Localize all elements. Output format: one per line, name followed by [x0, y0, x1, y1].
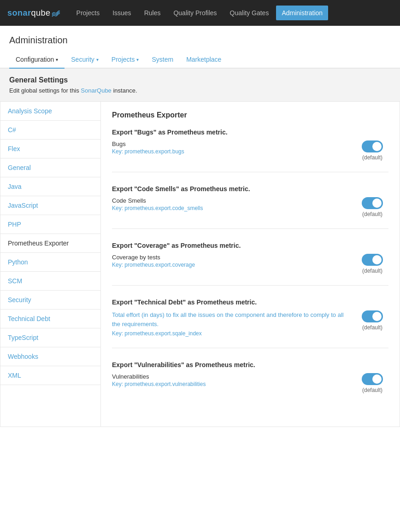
sidebar-item-technical-debt[interactable]: Technical Debt — [0, 310, 100, 328]
sidebar-item-typescript[interactable]: TypeScript — [0, 328, 100, 347]
setting-bugs-name: Bugs — [112, 140, 349, 147]
toggle-slider — [362, 254, 383, 266]
setting-technical-debt-default: (default) — [362, 324, 382, 331]
setting-coverage-title: Export "Coverage" as Prometheus metric. — [112, 242, 388, 249]
subnav-security[interactable]: Security ▾ — [65, 51, 105, 69]
toggle-coverage[interactable] — [362, 254, 383, 266]
chevron-down-icon: ▾ — [136, 57, 139, 62]
nav-administration[interactable]: Administration — [276, 6, 328, 20]
setting-code-smells-default: (default) — [362, 211, 382, 217]
nav-rules[interactable]: Rules — [139, 6, 166, 20]
toggle-slider — [362, 373, 383, 385]
toggle-code-smells[interactable] — [362, 197, 383, 209]
setting-technical-debt: Export "Technical Debt" as Prometheus me… — [112, 298, 388, 348]
chevron-down-icon: ▾ — [96, 57, 99, 62]
sidebar-item-php[interactable]: PHP — [0, 215, 100, 234]
sidebar-item-flex[interactable]: Flex — [0, 140, 100, 158]
settings-banner: General Settings Edit global settings fo… — [0, 69, 400, 101]
sidebar-item-prometheus-exporter[interactable]: Prometheus Exporter — [0, 234, 100, 253]
section-title: Prometheus Exporter — [112, 111, 388, 119]
setting-coverage-name: Coverage by tests — [112, 254, 349, 261]
sidebar-item-analysis-scope[interactable]: Analysis Scope — [0, 102, 100, 121]
toggle-slider — [362, 140, 383, 152]
toggle-slider — [362, 197, 383, 209]
sidebar-item-scm[interactable]: SCM — [0, 272, 100, 291]
setting-vulnerabilities-key: Key: prometheus.export.vulnerabilities — [112, 381, 349, 387]
setting-coverage-row: Coverage by tests Key: prometheus.export… — [112, 254, 388, 274]
nav-projects[interactable]: Projects — [71, 6, 106, 20]
setting-code-smells-key: Key: prometheus.export.code_smells — [112, 205, 349, 211]
sidebar-item-java[interactable]: Java — [0, 177, 100, 196]
setting-vulnerabilities-name: Vulnerabilities — [112, 373, 349, 380]
sonarqube-link[interactable]: SonarQube — [81, 87, 112, 94]
nav-issues[interactable]: Issues — [107, 6, 136, 20]
main-content: Analysis Scope C# Flex General Java Java… — [0, 101, 400, 427]
sidebar-item-general[interactable]: General — [0, 158, 100, 177]
settings-banner-title: General Settings — [9, 76, 391, 84]
setting-technical-debt-desc: Total effort (in days) to fix all the is… — [112, 310, 349, 328]
logo[interactable]: sonarqube — [7, 8, 60, 18]
page-container: Administration Configuration ▾ Security … — [0, 26, 400, 427]
subnav-configuration[interactable]: Configuration ▾ — [9, 51, 65, 69]
setting-coverage-default: (default) — [362, 268, 382, 274]
setting-vulnerabilities-row: Vulnerabilities Key: prometheus.export.v… — [112, 373, 388, 393]
toggle-slider — [362, 310, 383, 322]
subnav-marketplace[interactable]: Marketplace — [180, 51, 228, 69]
page-title: Administration — [9, 35, 391, 46]
sidebar-item-security[interactable]: Security — [0, 291, 100, 310]
setting-technical-debt-row: Total effort (in days) to fix all the is… — [112, 310, 388, 337]
setting-bugs: Export "Bugs" as Prometheus metric. Bugs… — [112, 129, 388, 172]
setting-bugs-row: Bugs Key: prometheus.export.bugs (defaul… — [112, 140, 388, 161]
setting-vulnerabilities-default: (default) — [362, 387, 382, 393]
toggle-bugs[interactable] — [362, 140, 383, 152]
setting-vulnerabilities: Export "Vulnerabilities" as Prometheus m… — [112, 361, 388, 404]
setting-coverage-key: Key: prometheus.export.coverage — [112, 262, 349, 268]
content-area: Prometheus Exporter Export "Bugs" as Pro… — [101, 102, 400, 427]
sidebar-item-csharp[interactable]: C# — [0, 121, 100, 140]
setting-bugs-key: Key: prometheus.export.bugs — [112, 148, 349, 155]
setting-technical-debt-key: Key: prometheus.export.sqale_index — [112, 330, 349, 337]
settings-banner-desc: Edit global settings for this SonarQube … — [9, 87, 391, 94]
page-header: Administration — [0, 26, 400, 46]
setting-coverage: Export "Coverage" as Prometheus metric. … — [112, 242, 388, 286]
setting-code-smells: Export "Code Smells" as Prometheus metri… — [112, 185, 388, 229]
sub-navigation: Configuration ▾ Security ▾ Projects ▾ Sy… — [0, 51, 400, 69]
subnav-projects[interactable]: Projects ▾ — [105, 51, 146, 69]
top-nav-links: Projects Issues Rules Quality Profiles Q… — [71, 6, 329, 20]
sidebar-item-webhooks[interactable]: Webhooks — [0, 347, 100, 366]
setting-vulnerabilities-title: Export "Vulnerabilities" as Prometheus m… — [112, 361, 388, 368]
setting-bugs-title: Export "Bugs" as Prometheus metric. — [112, 129, 388, 136]
setting-bugs-default: (default) — [362, 154, 382, 161]
sidebar-item-xml[interactable]: XML — [0, 366, 100, 385]
setting-code-smells-title: Export "Code Smells" as Prometheus metri… — [112, 185, 388, 193]
nav-quality-profiles[interactable]: Quality Profiles — [168, 6, 222, 20]
setting-technical-debt-title: Export "Technical Debt" as Prometheus me… — [112, 298, 388, 306]
top-navigation: sonarqube Projects Issues Rules Quality … — [0, 0, 400, 26]
sidebar-item-python[interactable]: Python — [0, 253, 100, 272]
settings-sidebar: Analysis Scope C# Flex General Java Java… — [0, 102, 101, 427]
nav-quality-gates[interactable]: Quality Gates — [224, 6, 275, 20]
toggle-technical-debt[interactable] — [362, 310, 383, 322]
sidebar-item-javascript[interactable]: JavaScript — [0, 196, 100, 215]
setting-code-smells-name: Code Smells — [112, 197, 349, 204]
setting-code-smells-row: Code Smells Key: prometheus.export.code_… — [112, 197, 388, 217]
subnav-system[interactable]: System — [145, 51, 180, 69]
toggle-vulnerabilities[interactable] — [362, 373, 383, 385]
logo-waves-icon — [52, 11, 60, 17]
chevron-down-icon: ▾ — [56, 57, 58, 62]
